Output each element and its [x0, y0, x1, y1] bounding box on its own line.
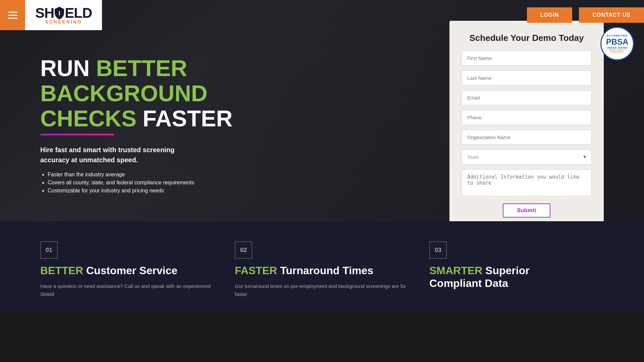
- col-2-desc: Our turnaround times on pre-employment a…: [235, 282, 409, 298]
- headline-checks: CHECKS: [40, 106, 137, 131]
- bottom-section: 01 BETTER Customer Service Have a questi…: [0, 221, 644, 312]
- logo-wordmark: SH I ELD: [35, 6, 92, 20]
- hero-section: ACCREDITED PBSA UNITED STATES EMPLOYMENT…: [0, 0, 644, 221]
- contact-us-button[interactable]: CONTACT US: [579, 7, 644, 23]
- form-title: Schedule Your Demo Today: [462, 33, 592, 43]
- hero-subtext: Hire fast and smart with trusted screeni…: [40, 145, 429, 165]
- submit-button[interactable]: Submit: [503, 203, 550, 218]
- logo: SH I ELD SCREENING: [35, 6, 92, 24]
- hero-left: RUN BETTER BACKGROUND CHECKS FASTER Hire…: [40, 56, 449, 195]
- hero-headline: RUN BETTER BACKGROUND CHECKS FASTER: [40, 56, 429, 135]
- col-3-number: 03: [429, 241, 447, 259]
- bottom-col-1: 01 BETTER Customer Service Have a questi…: [40, 241, 215, 298]
- headline-background: BACKGROUND: [40, 81, 429, 106]
- logo-sh: SH: [35, 6, 54, 20]
- col-1-title: BETTER Customer Service: [40, 264, 215, 277]
- last-name-input[interactable]: [462, 70, 592, 85]
- col-3-title-prefix: SMARTER: [429, 264, 482, 277]
- bullet-2: Covers all county, state, and federal co…: [48, 180, 429, 186]
- headline-line3: CHECKS FASTER: [40, 106, 429, 131]
- logo-shield-icon: I: [55, 7, 64, 19]
- email-input[interactable]: [462, 90, 592, 105]
- additional-info-textarea[interactable]: [462, 169, 592, 196]
- first-name-input[interactable]: [462, 51, 592, 66]
- pbsa-sub2-label: EMPLOYMENT SCREENING: [604, 49, 630, 53]
- col-1-desc: Have a question or need assistance? Call…: [40, 282, 215, 298]
- pbsa-sub-label: UNITED STATES: [607, 47, 627, 49]
- headline-better: BETTER: [96, 55, 187, 81]
- col-2-number: 02: [235, 241, 252, 259]
- col-3-title: SMARTER SuperiorCompliant Data: [429, 264, 604, 290]
- col-2-title-prefix: FASTER: [235, 264, 277, 277]
- bottom-col-3: 03 SMARTER SuperiorCompliant Data: [429, 241, 604, 298]
- org-name-input[interactable]: [462, 130, 592, 145]
- headline-faster: FASTER: [143, 106, 232, 131]
- state-select[interactable]: State AlabamaAlaskaArizona ArkansasCalif…: [462, 149, 592, 165]
- col-1-number: 01: [40, 241, 58, 259]
- hero-bullets-list: Faster than the industry average Covers …: [40, 172, 429, 194]
- headline-underline: [40, 134, 114, 135]
- pbsa-logo: PBSA: [606, 38, 629, 46]
- svg-text:I: I: [59, 10, 60, 17]
- demo-form-panel: Schedule Your Demo Today State AlabamaAl…: [449, 21, 604, 222]
- hero-content: RUN BETTER BACKGROUND CHECKS FASTER Hire…: [0, 30, 644, 221]
- state-select-wrap: State AlabamaAlaskaArizona ArkansasCalif…: [462, 149, 592, 165]
- pbsa-badge: ACCREDITED PBSA UNITED STATES EMPLOYMENT…: [600, 27, 634, 60]
- bottom-col-2: 02 FASTER Turnaround Times Our turnaroun…: [235, 241, 409, 298]
- logo-screening: SCREENING: [35, 19, 92, 24]
- col-1-title-prefix: BETTER: [40, 264, 83, 277]
- phone-input[interactable]: [462, 110, 592, 125]
- col-2-title: FASTER Turnaround Times: [235, 264, 409, 277]
- bullet-3: Customizable for your industry and prici…: [48, 188, 429, 194]
- menu-toggle-button[interactable]: [0, 0, 25, 30]
- login-button[interactable]: LOGIN: [527, 7, 573, 23]
- headline-line1: RUN BETTER: [40, 56, 429, 81]
- logo-eld: ELD: [65, 6, 92, 20]
- hamburger-icon: [8, 12, 17, 19]
- pbsa-accredited-label: ACCREDITED: [607, 34, 628, 37]
- bullet-1: Faster than the industry average: [48, 172, 429, 178]
- header: SH I ELD SCREENING LOGIN CONTACT US: [0, 0, 644, 30]
- logo-area: SH I ELD SCREENING: [25, 0, 102, 30]
- headline-run: RUN: [40, 55, 96, 81]
